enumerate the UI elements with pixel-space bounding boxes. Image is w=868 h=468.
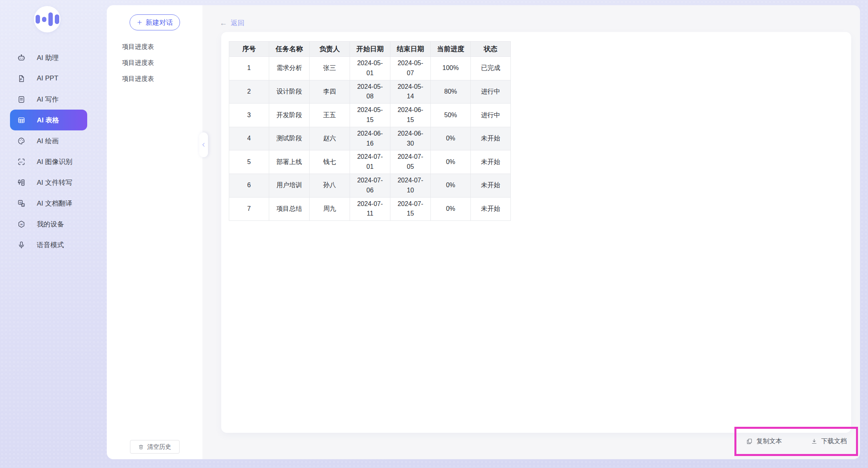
table-cell: 开发阶段 [269, 104, 310, 127]
conversation-item[interactable]: 项目进度表 [107, 39, 202, 55]
project-progress-table: 序号任务名称负责人开始日期结束日期当前进度状态 1需求分析张三2024-05-0… [229, 41, 511, 221]
table-cell: 2024-07-11 [350, 197, 390, 221]
conversation-panel: 新建对话 项目进度表项目进度表项目进度表 清空历史 [107, 5, 202, 459]
table-cell: 50% [431, 104, 471, 127]
trash-icon [138, 444, 144, 450]
table-cell: 2024-06-16 [350, 127, 390, 150]
table-cell: 0% [431, 174, 471, 197]
logo-bar [48, 12, 53, 26]
new-chat-button[interactable]: 新建对话 [130, 14, 180, 30]
sidebar-item-ppt[interactable]: PAI PPT [10, 68, 87, 89]
microphone-icon [17, 241, 26, 249]
sidebar-item-label: AI 文档翻译 [37, 199, 72, 208]
table-cell: 赵六 [310, 127, 350, 150]
table-cell: 李四 [310, 80, 350, 104]
table-row: 1需求分析张三2024-05-012024-05-07100%已完成 [229, 57, 511, 80]
table-cell: 孙八 [310, 174, 350, 197]
table-cell: 需求分析 [269, 57, 310, 80]
app-window: AI 助理PAI PPTAI 写作AI 表格AI 绘画ocrAI 图像识别AI … [0, 0, 868, 468]
conversation-list: 项目进度表项目进度表项目进度表 [107, 39, 202, 87]
copy-text-button[interactable]: 复制文本 [746, 437, 782, 446]
table-header-cell: 状态 [471, 42, 511, 57]
sidebar-item-painting[interactable]: AI 绘画 [10, 130, 87, 151]
table-cell: 未开始 [471, 197, 511, 221]
sidebar-item-devices[interactable]: AI我的设备 [10, 214, 87, 234]
table-cell: 周九 [310, 197, 350, 221]
table-header-cell: 开始日期 [350, 42, 390, 57]
sidebar-item-label: AI 绘画 [37, 136, 59, 146]
logo-bar [36, 15, 40, 24]
table-cell: 2024-05-15 [350, 104, 390, 127]
table-cell: 2024-05-14 [390, 80, 431, 104]
svg-text:ocr: ocr [19, 160, 22, 163]
table-cell: 6 [229, 174, 269, 197]
table-cell: 项目总结 [269, 197, 310, 221]
sidebar-item-translate[interactable]: 中AAI 文档翻译 [10, 193, 87, 214]
sidebar-item-image-ocr[interactable]: ocrAI 图像识别 [10, 151, 87, 172]
table-cell: 100% [431, 57, 471, 80]
app-logo-icon [34, 6, 60, 32]
conversation-item[interactable]: 项目进度表 [107, 55, 202, 71]
clear-history-label: 清空历史 [147, 443, 171, 451]
copy-text-label: 复制文本 [756, 437, 782, 446]
table-cell: 2024-05-08 [350, 80, 390, 104]
back-arrow-icon: ← [220, 19, 227, 27]
svg-text:P: P [20, 77, 22, 81]
sidebar-item-label: AI 文件转写 [37, 178, 72, 187]
svg-text:A: A [22, 204, 24, 206]
table-cell: 4 [229, 127, 269, 150]
table-cell: 0% [431, 127, 471, 150]
sidebar-item-assistant[interactable]: AI 助理 [10, 47, 87, 68]
mic-doc-icon [17, 178, 26, 187]
sidebar-item-writing[interactable]: AI 写作 [10, 89, 87, 110]
conversation-item[interactable]: 项目进度表 [107, 71, 202, 87]
table-cell: 用户培训 [269, 174, 310, 197]
sidebar-item-voice[interactable]: 语音模式 [10, 234, 87, 255]
table-cell: 2024-07-10 [390, 174, 431, 197]
table-cell: 王五 [310, 104, 350, 127]
table-cell: 1 [229, 57, 269, 80]
translate-icon: 中A [17, 199, 26, 208]
main-content: ← 返回 序号任务名称负责人开始日期结束日期当前进度状态 1需求分析张三2024… [202, 5, 860, 459]
sidebar-item-transcribe[interactable]: AI 文件转写 [10, 172, 87, 193]
back-link[interactable]: ← 返回 [220, 18, 244, 28]
table-header-cell: 负责人 [310, 42, 350, 57]
sidebar: AI 助理PAI PPTAI 写作AI 表格AI 绘画ocrAI 图像识别AI … [0, 0, 107, 468]
table-grid-icon [17, 116, 26, 124]
sidebar-item-table[interactable]: AI 表格 [10, 110, 87, 130]
table-row: 5部署上线钱七2024-07-012024-07-050%未开始 [229, 150, 511, 174]
table-cell: 设计阶段 [269, 80, 310, 104]
ppt-file-icon: P [17, 74, 26, 83]
table-header-cell: 任务名称 [269, 42, 310, 57]
writing-doc-icon [17, 95, 26, 104]
table-cell: 钱七 [310, 150, 350, 174]
table-cell: 3 [229, 104, 269, 127]
table-header-cell: 当前进度 [431, 42, 471, 57]
download-doc-button[interactable]: 下载文档 [811, 437, 847, 446]
table-header-cell: 结束日期 [390, 42, 431, 57]
table-cell: 80% [431, 80, 471, 104]
collapse-panel-handle[interactable] [199, 132, 208, 157]
table-cell: 2024-07-01 [350, 150, 390, 174]
sidebar-item-label: AI 写作 [37, 95, 59, 104]
table-cell: 测试阶段 [269, 127, 310, 150]
table-cell: 未开始 [471, 150, 511, 174]
sidebar-item-label: AI 助理 [37, 53, 59, 62]
sidebar-item-label: AI 图像识别 [37, 157, 72, 166]
table-cell: 2024-05-07 [390, 57, 431, 80]
logo-bar [55, 14, 59, 24]
plus-icon [136, 19, 143, 26]
actions-highlight-box: 复制文本 下载文档 [734, 427, 858, 456]
clear-history-button[interactable]: 清空历史 [130, 440, 180, 454]
table-cell: 2024-07-05 [390, 150, 431, 174]
sidebar-item-label: AI PPT [37, 74, 58, 82]
table-row: 3开发阶段王五2024-05-152024-06-1550%进行中 [229, 104, 511, 127]
table-cell: 进行中 [471, 104, 511, 127]
table-cell: 未开始 [471, 127, 511, 150]
table-row: 4测试阶段赵六2024-06-162024-06-300%未开始 [229, 127, 511, 150]
table-cell: 7 [229, 197, 269, 221]
table-cell: 2024-07-06 [350, 174, 390, 197]
palette-icon [17, 137, 26, 145]
new-chat-label: 新建对话 [146, 18, 173, 27]
table-row: 6用户培训孙八2024-07-062024-07-100%未开始 [229, 174, 511, 197]
